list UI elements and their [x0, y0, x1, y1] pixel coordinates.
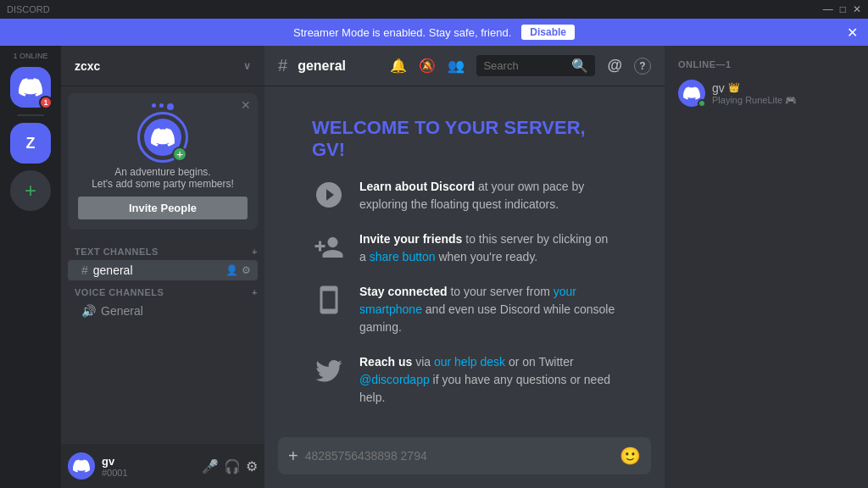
dot	[152, 103, 156, 108]
stay-bold: Stay connected	[359, 285, 447, 298]
titlebar: DISCORD — □ ✕	[0, 0, 868, 19]
server-header[interactable]: zcxc ∨	[61, 46, 264, 86]
server-chevron-icon: ∨	[243, 60, 251, 72]
text-channels-header[interactable]: TEXT CHANNELS +	[61, 243, 264, 260]
headphone-icon[interactable]: 🎧	[224, 458, 241, 474]
chat-input[interactable]	[305, 449, 613, 463]
member-sidebar: ONLINE—1 gv 👑 Playing RuneLite 🎮	[665, 46, 868, 488]
hash-icon: #	[81, 263, 88, 277]
popup-close-icon[interactable]: ✕	[241, 98, 251, 112]
app-layout: 1 ONLINE 1 Z + zcxc ∨ ✕	[0, 46, 868, 488]
server-divider	[17, 114, 44, 116]
chat-area: WELCOME TO YOUR SERVER, GV! Learn about …	[264, 86, 665, 437]
text-channels-actions: +	[252, 247, 258, 257]
learn-icon	[312, 178, 346, 212]
welcome-item-stay: Stay connected to your server from your …	[312, 283, 617, 336]
add-attachment-icon[interactable]: +	[288, 446, 298, 466]
channel-hash-icon: #	[278, 56, 287, 75]
dot	[159, 103, 164, 108]
streamer-disable-button[interactable]: Disable	[521, 25, 575, 40]
invite-text: Invite your friends to this server by cl…	[359, 230, 617, 266]
welcome-item-reach: Reach us via our help desk or on Twitter…	[312, 353, 617, 407]
chat-channel-name: general	[298, 58, 346, 74]
channel-sidebar: zcxc ∨ ✕ + An adventure begins. L	[61, 46, 264, 488]
user-avatar	[68, 452, 95, 480]
voice-channels-header[interactable]: VOICE CHANNELS +	[61, 284, 264, 301]
add-server-button[interactable]: +	[10, 170, 51, 211]
member-info: gv 👑 Playing RuneLite 🎮	[712, 81, 797, 106]
at-icon[interactable]: @	[607, 57, 622, 75]
discordapp-link[interactable]: @discordapp	[359, 373, 430, 386]
streamer-banner: Streamer Mode is enabled. Stay safe, fri…	[0, 19, 868, 46]
bell-slash-icon[interactable]: 🔕	[419, 58, 436, 74]
popup-adventure-text: An adventure begins. Let's add some part…	[78, 166, 248, 190]
user-controls: 🎤 🎧 ⚙	[202, 458, 258, 474]
text-channels-section: TEXT CHANNELS + # general 👤 ⚙	[61, 243, 264, 280]
text-channels-label: TEXT CHANNELS	[75, 247, 159, 257]
emoji-icon[interactable]: 🙂	[620, 446, 641, 466]
dot-large	[167, 103, 174, 110]
user-bar: gv #0001 🎤 🎧 ⚙	[61, 444, 264, 488]
popup-avatar-ring: +	[137, 112, 188, 163]
speaker-icon: 🔊	[81, 304, 96, 318]
stay-rest: to your server from	[450, 285, 553, 298]
add-icon: +	[25, 179, 36, 202]
search-icon: 🔍	[571, 58, 588, 74]
server-sidebar: 1 ONLINE 1 Z +	[0, 46, 61, 488]
member-activity: Playing RuneLite 🎮	[712, 95, 797, 106]
discord-home-icon[interactable]: 1	[10, 67, 51, 108]
welcome-title: WELCOME TO YOUR SERVER, GV!	[312, 117, 617, 161]
help-icon[interactable]: ?	[634, 58, 651, 75]
bell-icon[interactable]: 🔔	[390, 58, 407, 74]
channel-general[interactable]: # general 👤 ⚙	[68, 260, 258, 280]
members-icon[interactable]: 👥	[448, 58, 465, 74]
twitter-icon	[312, 353, 346, 387]
watermark-area: GV	[278, 424, 651, 437]
members-section-header: ONLINE—1	[671, 59, 861, 69]
share-button-link[interactable]: share button	[370, 250, 436, 263]
channel-name: general	[93, 263, 133, 277]
server-z-icon[interactable]: Z	[10, 123, 51, 164]
chat-input-box: + 🙂	[278, 437, 651, 474]
voice-channels-label: VOICE CHANNELS	[75, 287, 164, 297]
online-count: 1 ONLINE	[13, 53, 47, 60]
invite-icon[interactable]: 👤	[225, 264, 238, 276]
channel-list: TEXT CHANNELS + # general 👤 ⚙ VOICE CHA	[61, 236, 264, 444]
smartphone-icon	[312, 283, 346, 317]
streamer-close-icon[interactable]: ✕	[847, 25, 858, 41]
learn-text: Learn about Discord at your own pace by …	[359, 178, 617, 214]
streamer-message: Streamer Mode is enabled. Stay safe, fri…	[293, 26, 511, 39]
welcome-popup: ✕ + An adventure begins. Let's add some …	[68, 93, 258, 230]
add-voice-channel-icon[interactable]: +	[252, 287, 258, 297]
welcome-item-invite: Invite your friends to this server by cl…	[312, 230, 617, 266]
settings-icon[interactable]: ⚙	[242, 264, 251, 276]
add-text-channel-icon[interactable]: +	[252, 247, 258, 257]
main-content: # general 🔔 🔕 👥 🔍 @ ? WELCOME TO YOUR SE…	[264, 46, 665, 488]
server-name: zcxc	[75, 59, 100, 73]
invite-people-button[interactable]: Invite People	[78, 197, 248, 219]
search-input[interactable]	[483, 59, 566, 72]
minimize-button[interactable]: —	[823, 3, 833, 15]
discriminator-label: #0001	[102, 468, 128, 478]
popup-plus-icon: +	[172, 147, 187, 162]
help-desk-link[interactable]: our help desk	[434, 355, 505, 369]
learn-bold: Learn about Discord	[359, 180, 475, 193]
header-actions: 🔔 🔕 👥 🔍 @ ?	[390, 55, 651, 76]
server-letter: Z	[26, 135, 36, 152]
reach-rest: via	[415, 355, 434, 369]
app-title: DISCORD	[7, 4, 50, 14]
dots-decoration	[78, 103, 248, 110]
reach-or: or on Twitter	[509, 355, 574, 369]
welcome-content: WELCOME TO YOUR SERVER, GV! Learn about …	[278, 100, 651, 424]
member-item-gv[interactable]: gv 👑 Playing RuneLite 🎮	[671, 76, 861, 110]
window-controls: — □ ✕	[823, 3, 861, 15]
notification-badge: 1	[39, 96, 53, 109]
reach-text: Reach us via our help desk or on Twitter…	[359, 353, 617, 407]
maximize-button[interactable]: □	[840, 3, 846, 15]
voice-channel-general[interactable]: 🔊 General	[68, 301, 258, 321]
welcome-item-learn: Learn about Discord at your own pace by …	[312, 178, 617, 214]
mic-icon[interactable]: 🎤	[202, 458, 219, 474]
user-settings-icon[interactable]: ⚙	[246, 458, 258, 474]
close-button[interactable]: ✕	[853, 3, 861, 15]
voice-channel-name: General	[101, 304, 143, 318]
